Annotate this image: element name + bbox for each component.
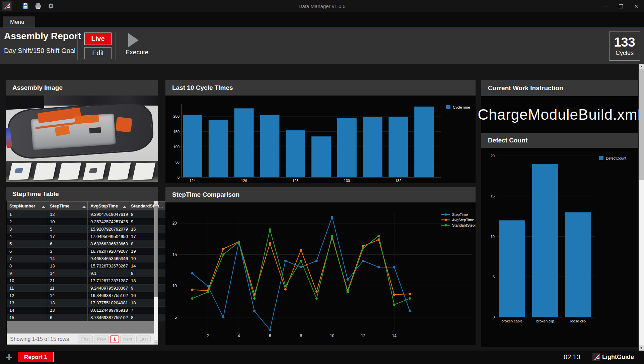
panel-steptime-table: StepTime Table StepNumberStepTimeAvgStep… (6, 187, 158, 345)
window-scrollbar-thumb[interactable] (639, 69, 644, 180)
pagination-first[interactable]: First (78, 336, 92, 343)
table-cell: 11 (47, 285, 88, 292)
window-title: Data Manager v1.0.0 (0, 0, 644, 12)
table-scrollbar[interactable]: ▲ ▼ (154, 201, 158, 345)
minimize-button[interactable] (598, 0, 613, 12)
table-row[interactable]: 2109.2574257425742589 (7, 218, 171, 226)
app-window: Data Manager v1.0.0 ✕ Menu Assembly Repo… (0, 0, 644, 364)
table-row[interactable]: 41717.0495049504950517 (7, 233, 171, 240)
table-row[interactable]: 121416.34693877551020316 (7, 292, 171, 299)
table-header-cell[interactable]: StepTime (47, 201, 88, 211)
chart-defect-count: 05101520broken cablebroken cliploose cli… (481, 148, 638, 347)
table-cell: 9 (128, 285, 171, 292)
svg-text:10: 10 (172, 284, 177, 288)
svg-text:broken cable: broken cable (502, 319, 523, 323)
table-cell: 14 (47, 255, 88, 262)
sort-asc-icon[interactable] (42, 206, 46, 208)
brand-name: LightGuide (602, 354, 634, 361)
maximize-button[interactable] (613, 0, 629, 12)
table-cell: 8 (7, 262, 47, 270)
page-title: Assembly Report (4, 31, 81, 42)
execute-play-icon[interactable] (128, 33, 139, 47)
add-report-button[interactable]: + (3, 351, 15, 364)
sort-asc-icon[interactable] (123, 206, 127, 208)
table-cell: 8 (128, 270, 171, 277)
table-row[interactable]: 568.6336633663366348 (7, 240, 171, 248)
table-header-cell[interactable]: StandardStep... (128, 201, 171, 211)
svg-text:14: 14 (392, 333, 397, 338)
live-button[interactable]: Live (84, 33, 112, 45)
sort-asc-icon[interactable] (82, 206, 86, 208)
table-cell: 13 (47, 307, 88, 314)
brand-logo: LightGuide (592, 353, 634, 361)
execute-label: Execute (122, 49, 152, 56)
table-scrollbar-thumb[interactable] (154, 206, 158, 297)
table-row[interactable]: 1129.390476190476198 (7, 211, 171, 218)
table-cell: 13 (47, 262, 88, 270)
table-cell: 17 (128, 233, 171, 240)
table-row[interactable]: 6316.79207920792079319 (7, 248, 171, 255)
table-cell: 6 (7, 248, 47, 255)
table-header-cell[interactable]: AvgStepTime (88, 201, 128, 211)
table-row[interactable]: 7149.46534653465346510 (7, 255, 171, 262)
pagination-next[interactable]: Next (120, 336, 135, 343)
svg-text:broken clip: broken clip (536, 319, 554, 323)
edit-button[interactable]: Edit (84, 47, 112, 59)
scroll-up-icon[interactable]: ▲ (639, 64, 644, 69)
scroll-down-icon[interactable]: ▼ (154, 340, 158, 345)
table-row[interactable]: 14138.6122448979591837 (7, 307, 171, 314)
panel-title: Current Work Instruction (481, 80, 638, 96)
scroll-up-icon[interactable]: ▲ (154, 201, 158, 206)
table-cell: 6 (47, 314, 88, 321)
tab-menu[interactable]: Menu (3, 16, 35, 27)
svg-text:10: 10 (330, 333, 335, 338)
table-cell: 8 (128, 211, 171, 218)
maximize-icon (619, 4, 623, 8)
table-row[interactable]: 131317.37755102040816318 (7, 299, 171, 307)
svg-text:100: 100 (173, 145, 180, 149)
close-button[interactable]: ✕ (629, 0, 644, 12)
table-cell: 9.257425742574258 (88, 218, 128, 226)
svg-text:12: 12 (361, 333, 366, 338)
pagination-1[interactable]: 1 (110, 336, 119, 343)
svg-text:0: 0 (177, 175, 180, 179)
table-cell: 9.244897959183673 (88, 285, 128, 292)
table-row[interactable]: 81315.73267326732673314 (7, 262, 171, 270)
table-cell: 17.04950495049505 (88, 233, 128, 240)
assembly-photo (6, 96, 158, 182)
table-row[interactable]: 102117.71287128712871418 (7, 277, 171, 285)
window-scrollbar[interactable]: ▲ ▼ (639, 64, 644, 351)
scroll-down-icon[interactable]: ▼ (639, 345, 644, 351)
panel-title: StepTime Comparison (165, 187, 476, 202)
panel-title: Assembly Image (6, 80, 158, 96)
table-footer-status: Showing 1-15 of 15 rows (10, 336, 78, 342)
table-cell: 18 (128, 277, 171, 285)
svg-text:AvgStepTime: AvgStepTime (452, 218, 474, 222)
svg-text:4: 4 (238, 333, 240, 338)
table-cell: 11 (7, 285, 47, 292)
table-header-cell[interactable]: StepNumber (7, 201, 47, 211)
clock: 02:13 (564, 353, 580, 361)
table-cell: 8.612244897959183 (88, 307, 128, 314)
steptime-table: StepNumberStepTimeAvgStepTimeStandardSte… (7, 201, 154, 321)
panel-cycle-times: Last 10 Cycle TImes 05010015020012412612… (165, 80, 476, 183)
table-row[interactable]: 1568.734693877551028 (7, 314, 171, 321)
table-cell: 9.1 (88, 270, 128, 277)
svg-text:0: 0 (493, 315, 495, 319)
table-row[interactable]: 3515.9207920792079215 (7, 226, 171, 233)
table-header-row: StepNumberStepTimeAvgStepTimeStandardSte… (7, 201, 171, 211)
svg-text:20: 20 (491, 154, 495, 158)
table-row[interactable]: 9149.18 (7, 270, 171, 277)
table-row[interactable]: 11119.2448979591836739 (7, 285, 171, 292)
table-cell: 9.465346534653465 (88, 255, 128, 262)
cycles-label: Cycles (616, 49, 634, 57)
close-icon: ✕ (634, 3, 639, 9)
pagination-prev[interactable]: Prev (94, 336, 109, 343)
table-cell: 21 (47, 277, 88, 285)
report-tab[interactable]: Report 1 (18, 352, 54, 362)
table-cell: 14 (47, 292, 88, 299)
pagination: FirstPrev1NextLast (78, 336, 152, 343)
pagination-last[interactable]: Last (136, 336, 151, 343)
table-cell: 9 (128, 218, 171, 226)
chart-cycle-times: 050100150200124126128130132CycleTime (165, 96, 476, 183)
